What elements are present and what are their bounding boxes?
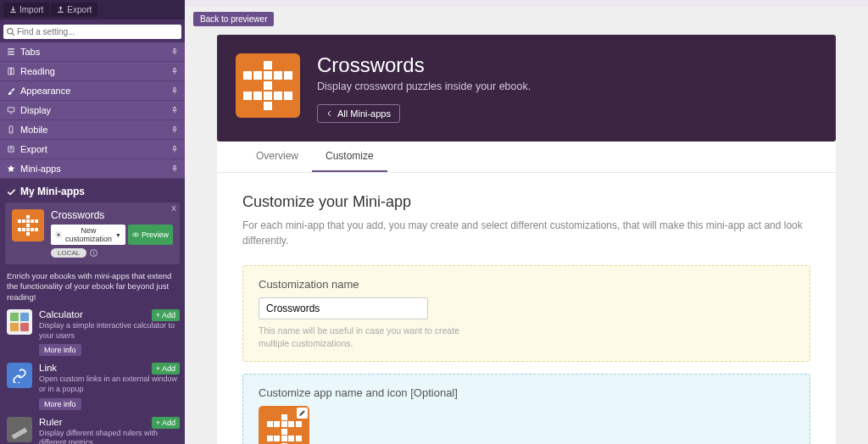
content-scroll: Crosswords Display crossword puzzles ins… — [185, 35, 868, 444]
appname-label: Customize app name and icon [Optional] — [259, 386, 794, 399]
miniapp-library: + AddCalculatorDisplay a simple interact… — [0, 309, 185, 444]
miniapp-hero: Crosswords Display crossword puzzles ins… — [217, 35, 836, 142]
pencil-icon — [298, 409, 306, 417]
gear-icon — [55, 231, 62, 238]
library-item-desc: Open custom links in an external window … — [39, 375, 180, 394]
search-input[interactable] — [3, 25, 181, 39]
my-miniapps-label: My Mini-apps — [20, 186, 85, 197]
nav-item-label: Mini-apps — [20, 164, 61, 174]
preview-button[interactable]: Preview — [128, 225, 173, 245]
all-miniapps-button[interactable]: All Mini-apps — [317, 104, 400, 123]
app-icon-preview — [259, 406, 309, 444]
pin-icon — [171, 87, 178, 94]
upload-icon — [57, 6, 64, 14]
nav-item-mobile[interactable]: Mobile — [0, 120, 185, 140]
pin-icon — [171, 107, 178, 114]
nav-item-mini-apps[interactable]: Mini-apps — [0, 159, 185, 179]
star-icon — [7, 164, 15, 173]
library-item-link: + AddLinkOpen custom links in an externa… — [5, 363, 180, 409]
library-item-ruler: + AddRulerDisplay different shaped ruler… — [5, 417, 180, 444]
more-info-calculator-button[interactable]: More info — [39, 344, 81, 356]
edit-icon-button[interactable] — [297, 408, 308, 419]
search-wrap — [0, 19, 185, 42]
pin-icon — [171, 146, 178, 153]
nav-item-label: Tabs — [20, 47, 40, 57]
custom-name-help: This name will be useful in case you wan… — [259, 325, 462, 349]
add-calculator-button[interactable]: + Add — [152, 309, 180, 321]
chevron-left-icon — [326, 110, 333, 117]
topbar-buttons: Import Export — [0, 0, 185, 19]
panel-heading: Customize your Mini-app — [242, 193, 810, 211]
selected-miniapp-card: X Crosswords New customization ▼ Preview… — [5, 203, 180, 264]
export-button[interactable]: Export — [51, 3, 97, 17]
list-icon — [7, 47, 15, 56]
nav-list: TabsReadingAppearanceDisplayMobileExport… — [0, 42, 185, 179]
main-top-strip — [185, 0, 868, 7]
crosswords-icon — [12, 209, 44, 241]
library-item-calculator: + AddCalculatorDisplay a simple interact… — [5, 309, 180, 356]
hero-subtitle: Display crossword puzzles inside your eb… — [317, 80, 817, 92]
panel-lead: For each mini-app that you add, you may … — [242, 218, 810, 248]
nav-item-label: Display — [20, 105, 51, 115]
import-label: Import — [19, 5, 43, 14]
my-miniapps-heading: My Mini-apps — [0, 179, 185, 203]
ruler-icon — [7, 417, 32, 442]
export-label: Export — [67, 5, 92, 14]
nav-item-export[interactable]: Export — [0, 140, 185, 159]
info-icon[interactable]: i — [90, 249, 97, 257]
calc-icon — [7, 309, 32, 335]
svg-point-3 — [58, 234, 60, 236]
book-icon — [7, 67, 15, 75]
all-miniapps-label: All Mini-apps — [337, 108, 391, 119]
brush-icon — [7, 86, 15, 95]
selected-app-title: Crosswords — [51, 209, 173, 221]
enrich-description: Enrich your ebooks with mini-apps that e… — [0, 271, 185, 309]
customize-panel: Customize your Mini-app For each mini-ap… — [217, 173, 836, 444]
appname-fieldset: Customize app name and icon [Optional] — [242, 374, 810, 444]
nav-item-label: Mobile — [20, 125, 47, 135]
main-area: Back to previewer Crosswords Display cro… — [185, 0, 868, 444]
nav-item-display[interactable]: Display — [0, 101, 185, 120]
nav-item-tabs[interactable]: Tabs — [0, 42, 185, 62]
pin-icon — [171, 48, 178, 55]
download-icon — [9, 6, 17, 14]
add-ruler-button[interactable]: + Add — [152, 417, 180, 429]
hero-title: Crosswords — [317, 53, 817, 77]
tab-customize[interactable]: Customize — [312, 142, 387, 172]
nav-item-label: Export — [20, 144, 47, 154]
svg-rect-0 — [8, 108, 14, 112]
customization-name-input[interactable] — [259, 297, 428, 319]
nav-item-appearance[interactable]: Appearance — [0, 81, 185, 101]
svg-point-5 — [135, 234, 136, 236]
nav-item-label: Appearance — [20, 86, 70, 96]
pin-icon — [171, 126, 178, 133]
eye-icon — [132, 231, 139, 238]
miniapp-tabs: Overview Customize — [217, 142, 836, 173]
customization-name-fieldset: Customization name This name will be use… — [242, 265, 810, 362]
more-info-link-button[interactable]: More info — [39, 398, 81, 410]
library-item-desc: Display different shaped rulers with dif… — [39, 429, 180, 444]
custom-name-label: Customization name — [259, 278, 794, 291]
nav-item-reading[interactable]: Reading — [0, 62, 185, 81]
mobile-icon — [7, 125, 15, 134]
import-button[interactable]: Import — [3, 3, 49, 17]
settings-sidebar: Import Export TabsReadingAppearanceDispl… — [0, 0, 185, 444]
local-badge: LOCAL — [51, 248, 86, 258]
add-link-button[interactable]: + Add — [152, 363, 180, 375]
tab-overview[interactable]: Overview — [242, 142, 312, 172]
check-icon — [7, 187, 16, 197]
link-icon — [7, 363, 32, 388]
display-icon — [7, 106, 15, 114]
pin-icon — [171, 165, 178, 172]
new-customization-button[interactable]: New customization ▼ — [51, 225, 125, 245]
nav-item-label: Reading — [20, 66, 55, 76]
library-item-desc: Display a simple interactive calculator … — [39, 321, 180, 341]
svg-point-2 — [11, 131, 12, 132]
new-customization-label: New customization — [64, 226, 113, 243]
back-to-previewer-button[interactable]: Back to previewer — [193, 12, 274, 26]
crosswords-icon — [236, 53, 300, 118]
pin-icon — [171, 68, 178, 75]
close-icon[interactable]: X — [171, 204, 176, 213]
preview-label: Preview — [142, 230, 169, 239]
export-icon — [7, 145, 15, 153]
